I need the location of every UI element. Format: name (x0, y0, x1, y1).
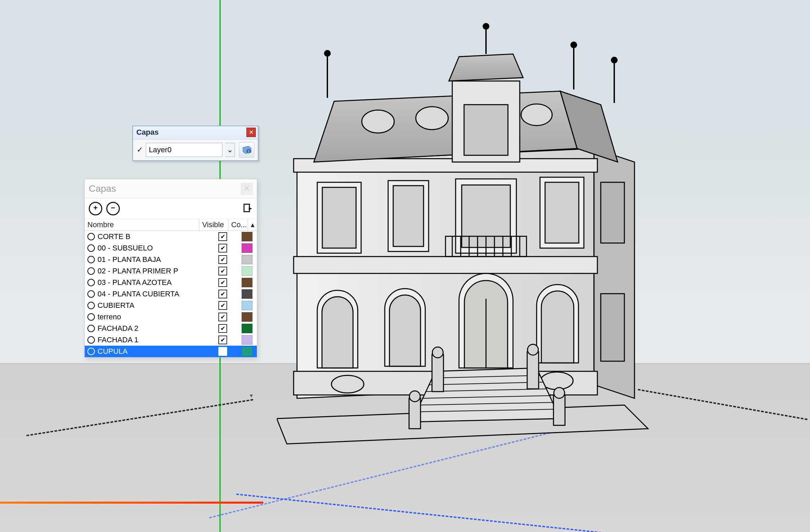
layer-color-swatch[interactable] (242, 278, 253, 287)
layer-active-radio[interactable] (87, 313, 95, 321)
svg-point-55 (409, 391, 420, 402)
col-name[interactable]: Nombre (85, 219, 199, 230)
svg-point-19 (612, 58, 617, 63)
layer-visible-checkbox[interactable] (218, 347, 227, 356)
svg-rect-56 (553, 395, 565, 425)
layer-active-radio[interactable] (87, 290, 95, 298)
layer-color-swatch[interactable] (242, 301, 253, 310)
layer-active-radio[interactable] (87, 336, 95, 344)
layer-visible-checkbox[interactable]: ✔ (218, 312, 227, 321)
layer-row[interactable]: 04 - PLANTA CUBIERTA✔ (85, 288, 257, 300)
layer-color-swatch[interactable] (242, 232, 253, 241)
layers-panel-close[interactable]: ✕ (241, 183, 253, 195)
layer-name: CUPULA (98, 347, 128, 356)
layers-toolbar-close[interactable]: ✕ (246, 128, 256, 137)
svg-marker-13 (449, 54, 523, 81)
layer-name: 04 - PLANTA CUBIERTA (98, 290, 179, 299)
layer-visible-checkbox[interactable]: ✔ (218, 290, 227, 299)
layer-row[interactable]: CUPULA (85, 346, 257, 357)
remove-layer-button[interactable]: − (106, 202, 120, 215)
svg-text:i: i (248, 149, 249, 153)
svg-point-10 (521, 104, 552, 126)
layers-toolbar-title: Capas (136, 128, 159, 137)
svg-rect-50 (432, 354, 443, 391)
layer-row[interactable]: terreno✔ (85, 311, 257, 323)
minus-icon: − (111, 204, 115, 212)
layer-active-radio[interactable] (87, 279, 95, 286)
layer-row[interactable]: 03 - PLANTA AZOTEA✔ (85, 277, 257, 288)
layer-row[interactable]: 02 - PLANTA PRIMER P✔ (85, 265, 257, 277)
layers-panel-title: Capas (89, 183, 116, 194)
layer-visible-checkbox[interactable]: ✔ (218, 336, 227, 344)
scroll-down[interactable]: ▾ (247, 392, 256, 402)
active-layer-check-icon: ✓ (136, 146, 143, 153)
layer-color-swatch[interactable] (242, 255, 253, 264)
layer-row[interactable]: FACHADA 1✔ (85, 334, 257, 346)
active-layer-select[interactable]: Layer0 (146, 143, 223, 157)
svg-rect-54 (409, 398, 421, 429)
layer-active-radio[interactable] (87, 302, 95, 309)
layer-active-radio[interactable] (87, 348, 95, 355)
viewport-3d[interactable]: Capas ✕ ✓ Layer0 ⌄ i Capas ✕ + − Nombre … (0, 0, 810, 532)
chevron-down-icon: ⌄ (227, 145, 233, 154)
svg-point-9 (416, 107, 448, 130)
layer-active-radio[interactable] (87, 325, 95, 332)
layer-row[interactable]: 01 - PLANTA BAJA✔ (85, 254, 257, 265)
plus-icon: + (94, 204, 98, 212)
close-icon: ✕ (244, 184, 250, 193)
layer-row[interactable]: 00 - SUBSUELO✔ (85, 242, 257, 254)
layer-name: 01 - PLANTA BAJA (98, 255, 161, 264)
info-icon: i (242, 145, 252, 155)
layer-name: terreno (98, 312, 121, 321)
active-layer-dropdown[interactable]: ⌄ (225, 143, 235, 157)
layer-info-button[interactable]: i (239, 142, 255, 158)
building-model[interactable] (277, 14, 651, 449)
layer-row[interactable]: CORTE B✔ (85, 231, 257, 242)
layer-color-swatch[interactable] (242, 347, 253, 356)
layer-details-button[interactable] (243, 203, 253, 214)
scroll-up[interactable]: ▴ (248, 219, 257, 230)
layer-color-swatch[interactable] (242, 266, 253, 276)
layer-name: 02 - PLANTA PRIMER P (98, 267, 178, 275)
layer-visible-checkbox[interactable]: ✔ (218, 232, 227, 241)
svg-rect-58 (601, 182, 625, 243)
svg-point-8 (362, 110, 394, 133)
layer-name: 03 - PLANTA AZOTEA (98, 278, 172, 287)
svg-point-15 (325, 51, 330, 56)
layers-panel[interactable]: Capas ✕ + − Nombre Visible Co... ▴ CORTE… (84, 179, 257, 357)
layer-active-radio[interactable] (87, 244, 95, 252)
layer-name: 00 - SUBSUELO (98, 244, 153, 253)
svg-rect-12 (464, 104, 508, 155)
layer-color-swatch[interactable] (242, 312, 253, 322)
layer-name: FACHADA 2 (98, 324, 139, 333)
svg-rect-62 (244, 204, 249, 212)
layer-color-swatch[interactable] (242, 289, 253, 299)
layer-color-swatch[interactable] (242, 243, 253, 253)
layer-visible-checkbox[interactable]: ✔ (218, 255, 227, 264)
svg-point-41 (331, 375, 364, 393)
add-layer-button[interactable]: + (89, 202, 102, 215)
svg-marker-63 (249, 207, 252, 210)
col-color[interactable]: Co... (228, 219, 248, 230)
svg-rect-4 (294, 257, 597, 273)
layer-visible-checkbox[interactable]: ✔ (218, 278, 227, 287)
layer-color-swatch[interactable] (242, 335, 253, 345)
layer-row[interactable]: CUBIERTA✔ (85, 300, 257, 311)
layers-column-headers[interactable]: Nombre Visible Co... ▴ (85, 219, 257, 231)
layer-visible-checkbox[interactable]: ✔ (218, 267, 227, 275)
layer-active-radio[interactable] (87, 233, 95, 240)
svg-point-21 (483, 23, 489, 29)
col-visible[interactable]: Visible (199, 219, 228, 230)
layer-row[interactable]: FACHADA 2✔ (85, 323, 257, 334)
layer-active-radio[interactable] (87, 256, 95, 263)
layer-visible-checkbox[interactable]: ✔ (218, 244, 227, 253)
layers-list[interactable]: CORTE B✔00 - SUBSUELO✔01 - PLANTA BAJA✔0… (85, 231, 257, 357)
layer-visible-checkbox[interactable]: ✔ (218, 324, 227, 333)
layer-name: CUBIERTA (98, 301, 134, 310)
layer-color-swatch[interactable] (242, 324, 253, 333)
layer-name: FACHADA 1 (98, 336, 139, 344)
layer-visible-checkbox[interactable]: ✔ (218, 301, 227, 310)
svg-point-51 (432, 347, 443, 358)
layers-toolbar[interactable]: Capas ✕ ✓ Layer0 ⌄ i (132, 126, 259, 161)
layer-active-radio[interactable] (87, 267, 95, 275)
